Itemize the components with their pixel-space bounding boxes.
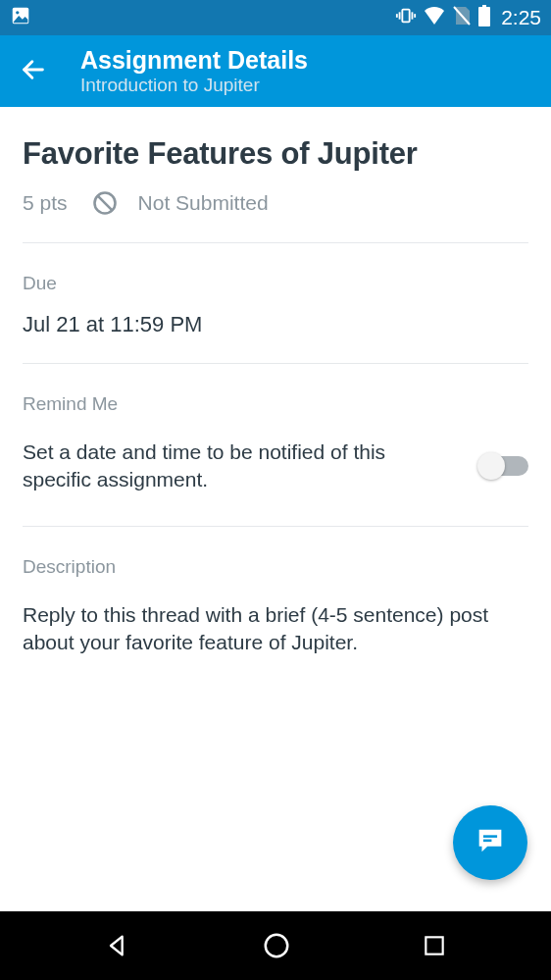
svg-line-12 bbox=[97, 195, 112, 210]
status-time: 2:25 bbox=[501, 6, 541, 29]
divider bbox=[23, 526, 528, 527]
chat-icon bbox=[474, 824, 507, 861]
not-submitted-icon bbox=[91, 189, 119, 217]
svg-point-1 bbox=[16, 11, 19, 14]
nav-recent-button[interactable] bbox=[422, 933, 447, 958]
wifi-icon bbox=[423, 6, 446, 29]
svg-rect-16 bbox=[426, 937, 442, 954]
status-left bbox=[10, 5, 31, 30]
status-bar: 2:25 bbox=[0, 0, 551, 35]
page-title: Assignment Details bbox=[80, 46, 308, 75]
description-text: Reply to this thread with a brief (4-5 s… bbox=[23, 601, 528, 657]
status-right: 2:25 bbox=[395, 5, 541, 30]
assignment-title: Favorite Features of Jupiter bbox=[23, 136, 528, 172]
remind-toggle[interactable] bbox=[479, 456, 528, 476]
svg-rect-8 bbox=[482, 5, 486, 7]
remind-text: Set a date and time to be notified of th… bbox=[23, 438, 450, 494]
app-bar-titles: Assignment Details Introduction to Jupit… bbox=[80, 46, 308, 96]
points-label: 5 pts bbox=[23, 191, 68, 215]
back-button[interactable] bbox=[20, 56, 47, 87]
nav-back-button[interactable] bbox=[104, 932, 131, 959]
vibrate-icon bbox=[395, 5, 417, 30]
chat-fab[interactable] bbox=[453, 805, 527, 880]
due-date: Jul 21 at 11:59 PM bbox=[23, 312, 528, 337]
svg-rect-9 bbox=[478, 7, 490, 26]
content-area: Favorite Features of Jupiter 5 pts Not S… bbox=[0, 107, 551, 911]
no-sim-icon bbox=[452, 5, 472, 30]
description-label: Description bbox=[23, 556, 528, 578]
svg-rect-14 bbox=[483, 840, 492, 843]
nav-home-button[interactable] bbox=[262, 931, 291, 960]
svg-rect-2 bbox=[402, 10, 409, 23]
status-label: Not Submitted bbox=[138, 191, 269, 215]
battery-icon bbox=[477, 5, 491, 30]
remind-label: Remind Me bbox=[23, 393, 528, 415]
svg-rect-13 bbox=[483, 835, 497, 838]
svg-point-15 bbox=[266, 935, 288, 957]
android-nav-bar bbox=[0, 911, 551, 980]
due-label: Due bbox=[23, 273, 528, 294]
image-icon bbox=[10, 5, 31, 30]
toggle-knob bbox=[477, 452, 505, 480]
remind-row: Set a date and time to be notified of th… bbox=[23, 438, 528, 494]
assignment-meta: 5 pts Not Submitted bbox=[23, 189, 528, 217]
divider bbox=[23, 242, 528, 243]
page-subtitle: Introduction to Jupiter bbox=[80, 75, 308, 96]
divider bbox=[23, 363, 528, 364]
app-bar: Assignment Details Introduction to Jupit… bbox=[0, 35, 551, 107]
